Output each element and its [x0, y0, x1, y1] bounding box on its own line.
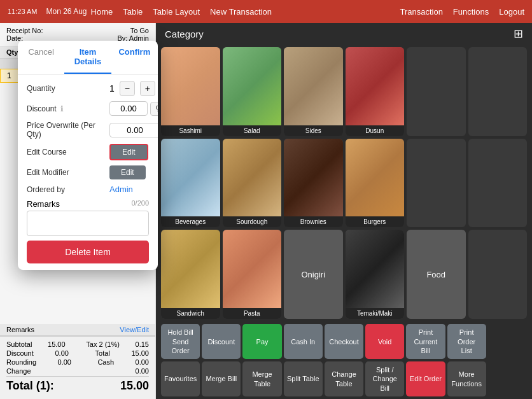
delete-item-button[interactable]: Delete Item [27, 241, 149, 263]
discount-controls: % $ [109, 101, 158, 116]
nav-home[interactable]: Home [91, 7, 113, 17]
change-table-button[interactable]: Change Table [325, 361, 363, 396]
qty-minus-button[interactable]: − [120, 81, 135, 96]
tax-label: Tax 2 (1%) [86, 340, 120, 348]
subtotal-label: Subtotal [6, 340, 32, 348]
cat-sourdough[interactable]: Sourdough [223, 139, 282, 228]
remarks-label-modal: Remarks [27, 199, 60, 209]
pasta-img [223, 230, 282, 308]
void-button[interactable]: Void [365, 324, 404, 359]
modal-confirm-tab[interactable]: Confirm [111, 41, 158, 74]
cat-temaki[interactable]: Temaki/Maki [346, 230, 405, 319]
item-details-modal[interactable]: Cancel Item Details Confirm Quantity 1 −… [18, 41, 158, 270]
cash-value: 0.00 [136, 358, 149, 366]
cat-sides[interactable]: Sides [284, 47, 343, 136]
cat-empty-1 [407, 47, 466, 136]
receipt-footer: Subtotal 15.00 Tax 2 (1%) 0.15 Discount … [0, 336, 155, 399]
total-big: 15.00 [120, 379, 149, 393]
split-table-button[interactable]: Split Table [284, 361, 323, 396]
cat-dusun[interactable]: Dusun [346, 47, 405, 136]
total-display: Total (1): [6, 379, 54, 393]
print-current-bill-button[interactable]: Print Current Bill [406, 324, 445, 359]
ordered-by-label: Ordered by [27, 185, 109, 194]
tax-value: 0.15 [136, 340, 149, 348]
cat-empty-3 [407, 139, 466, 228]
discount-row: Discount ℹ % $ [27, 101, 149, 116]
top-bar-nav: Home Table Table Layout New Transaction [91, 7, 272, 17]
burgers-label: Burgers [346, 216, 405, 227]
edit-modifier-button[interactable]: Edit [109, 165, 146, 179]
dusun-img [346, 47, 405, 125]
modal-cancel-tab[interactable]: Cancel [18, 41, 64, 74]
cat-beverages[interactable]: Beverages [161, 139, 220, 228]
checkout-button[interactable]: Checkout [325, 324, 363, 359]
remarks-count: 0/200 [131, 199, 149, 209]
more-functions-button[interactable]: More Functions [447, 361, 486, 396]
nav-logout[interactable]: Logout [499, 7, 524, 17]
qty-plus-button[interactable]: + [140, 81, 155, 96]
change-label: Change [6, 367, 31, 375]
filter-icon[interactable]: ⊞ [514, 27, 523, 41]
change-value: 0.00 [136, 367, 149, 375]
remarks-textarea[interactable] [27, 211, 149, 236]
discount-label: Discount [6, 349, 34, 357]
burgers-img [346, 139, 405, 217]
cat-empty-2 [468, 47, 528, 136]
hold-bill-button[interactable]: Hold Bill Send Order [161, 324, 200, 359]
food-label: Food [407, 268, 466, 281]
bottom-row2: Favourites Merge Bill Merge Table Split … [156, 361, 532, 399]
subtotal-value: 15.00 [48, 340, 66, 348]
discount-input[interactable] [109, 101, 148, 116]
rounding-label: Rounding [6, 358, 36, 366]
nav-functions[interactable]: Functions [453, 7, 489, 17]
salad-label: Salad [223, 125, 282, 136]
onigiri-label: Onigiri [284, 268, 343, 281]
price-overwrite-row: Price Overwrite (Per Qty) [27, 121, 149, 139]
edit-course-label: Edit Course [27, 148, 109, 157]
merge-bill-button[interactable]: Merge Bill [202, 361, 241, 396]
ordered-by-value[interactable]: Admin [109, 185, 133, 194]
cat-pasta[interactable]: Pasta [223, 230, 282, 319]
nav-table[interactable]: Table [123, 7, 143, 17]
discount-button[interactable]: Discount [202, 324, 241, 359]
percent-button[interactable]: % [150, 102, 158, 116]
sashimi-img [161, 47, 220, 125]
split-change-bill-button[interactable]: Split / Change Bill [365, 361, 404, 396]
nav-transaction[interactable]: Transaction [400, 7, 442, 17]
discount-value: 0.00 [55, 349, 68, 357]
nav-table-layout[interactable]: Table Layout [153, 7, 200, 17]
receipt-no-value: To Go [130, 27, 149, 34]
price-overwrite-label: Price Overwrite (Per Qty) [27, 121, 109, 139]
cat-food[interactable]: Food [407, 230, 466, 319]
cat-onigiri[interactable]: Onigiri [284, 230, 343, 319]
cat-sandwich[interactable]: Sandwich [161, 230, 220, 319]
time-display: 11:23 AM [8, 8, 37, 15]
cat-salad[interactable]: Salad [223, 47, 282, 136]
favourites-button[interactable]: Favourites [161, 361, 200, 396]
print-order-list-button[interactable]: Print Order List [447, 324, 486, 359]
edit-course-button[interactable]: Edit [109, 144, 148, 160]
cat-empty-4 [468, 139, 528, 228]
edit-order-button[interactable]: Edit Order [406, 361, 445, 396]
modal-body: Quantity 1 − + Discount ℹ % $ [18, 74, 158, 270]
price-overwrite-input[interactable] [109, 123, 158, 137]
cat-brownies[interactable]: Brownies [284, 139, 343, 228]
cat-sashimi[interactable]: Sashimi [161, 47, 220, 136]
date-display: Mon 26 Aug [46, 7, 87, 16]
edit-modifier-label: Edit Modifier [27, 168, 109, 177]
temaki-img [346, 230, 405, 308]
rounding-value: 0.00 [58, 358, 71, 366]
pay-button[interactable]: Pay [242, 324, 281, 359]
nav-new-transaction[interactable]: New Transaction [210, 7, 272, 17]
view-edit-link[interactable]: View/Edit [120, 326, 149, 333]
cat-burgers[interactable]: Burgers [346, 139, 405, 228]
right-panel: Category ⊞ Sashimi Salad Sides Dusun [156, 23, 532, 399]
cash-in-button[interactable]: Cash In [284, 324, 323, 359]
temaki-label: Temaki/Maki [346, 308, 405, 319]
bottom-row1: Hold Bill Send Order Discount Pay Cash I… [156, 321, 532, 361]
discount-info-icon: ℹ [60, 104, 64, 113]
modal-item-details-tab[interactable]: Item Details [64, 41, 111, 74]
merge-table-button[interactable]: Merge Table [242, 361, 281, 396]
quantity-row: Quantity 1 − + [27, 81, 149, 96]
modal-tabs: Cancel Item Details Confirm [18, 41, 158, 74]
